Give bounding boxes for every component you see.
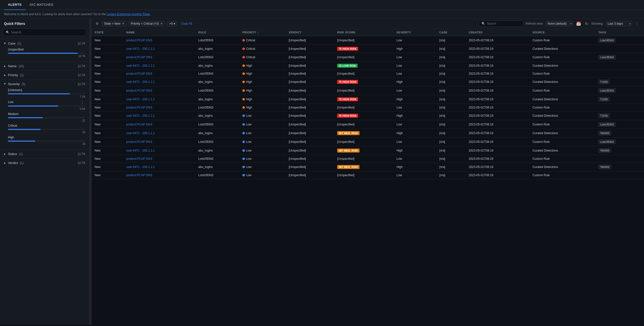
cell-state: New	[92, 146, 123, 155]
filter-header-status[interactable]: ▶ Status (1) 12.7K	[0, 150, 89, 158]
alert-name-link[interactable]: product:PCAP DNS	[126, 174, 152, 177]
cell-risk-score: [Unspecified]	[334, 53, 394, 62]
table-row: Newuser-6471 - 200.1.1.1abu_loginsLow[Un…	[92, 146, 644, 155]
alert-name-link[interactable]: product:PCAP DNS	[126, 72, 152, 76]
col-header-source[interactable]: SOURCE	[530, 29, 596, 36]
filter-header-verdict[interactable]: ▶ Verdict (1) 12.7K	[0, 158, 89, 167]
legacy-insights-link[interactable]: Legacy Enterprise Insights Page.	[107, 12, 150, 16]
tab-ioc-matches[interactable]: IOC MATCHES	[26, 0, 58, 10]
priority-text: High	[246, 64, 252, 68]
filter-search-box[interactable]: 🔍	[3, 28, 86, 36]
cell-name[interactable]: product:PCAP DNS	[123, 104, 195, 112]
cell-risk-score: 75 HIGH RISK	[334, 95, 394, 104]
cell-name[interactable]: user-6471 - 200.1.1.1	[123, 62, 195, 70]
cell-name[interactable]: user-6471 - 200.1.1.1	[123, 129, 195, 138]
filter-header-severity[interactable]: ▶ Severity (5) 12.7K	[0, 80, 89, 88]
filter-search-input[interactable]	[11, 30, 84, 34]
clear-all-button[interactable]: Clear All	[180, 21, 194, 26]
calendar-icon-button[interactable]: 📅	[575, 21, 582, 27]
cell-severity: Low	[394, 120, 436, 129]
alert-name-link[interactable]: product:PCAP DNS	[126, 89, 152, 92]
cell-name[interactable]: user-6471 - 200.1.1.1	[123, 146, 195, 155]
col-header-created[interactable]: CREATED	[466, 29, 530, 36]
alert-name-link[interactable]: user-6471 - 200.1.1.1	[126, 132, 155, 135]
cell-severity: Low	[394, 155, 436, 163]
alert-name-link[interactable]: user-6471 - 200.1.1.1	[126, 47, 155, 50]
filter-item-value-unknown: 7.1K	[80, 95, 85, 98]
content-area: ⚙ State = New ✕ Priority = Critical (+3)…	[92, 19, 644, 325]
alert-name-link[interactable]: user-6471 - 200.1.1.1	[126, 98, 155, 101]
col-header-case[interactable]: CASE	[436, 29, 466, 36]
col-header-risk-score[interactable]: RISK SCORE	[334, 29, 394, 36]
alert-name-link[interactable]: user-6471 - 200.1.1.1	[126, 149, 155, 152]
alert-name-link[interactable]: product:PCAP DNS	[126, 38, 152, 42]
cell-name[interactable]: user-6471 - 200.1.1.1	[123, 45, 195, 53]
cell-name[interactable]: product:PCAP DNS	[123, 70, 195, 78]
search-input[interactable]	[487, 22, 521, 26]
cell-created: 2023-05-01T08:19	[466, 146, 530, 155]
cell-tags: LotsOfDNS	[595, 138, 644, 146]
cell-source: Curated Detections	[530, 163, 596, 172]
tag-badge: TA0005	[598, 148, 611, 153]
cell-risk-score: [Unspecified]	[334, 120, 394, 129]
col-header-priority[interactable]: PRIORITY ↓	[240, 29, 286, 36]
cell-name[interactable]: product:PCAP DNS	[123, 120, 195, 129]
cell-tags: TA0005	[595, 129, 644, 138]
cell-source: Custom Rule	[530, 104, 596, 112]
more-options-low[interactable]: ⋮	[80, 100, 85, 105]
filter-header-name[interactable]: ▶ Name (10) 12.7K	[0, 62, 89, 70]
cell-name[interactable]: product:PCAP DNS	[123, 155, 195, 163]
alert-name-link[interactable]: product:PCAP DNS	[126, 157, 152, 160]
filter-header-case[interactable]: ▶ Case (1) 12.7K	[0, 39, 89, 48]
col-header-rule[interactable]: RULE	[195, 29, 240, 36]
col-header-name[interactable]: NAME	[123, 29, 195, 36]
cell-risk-score: [Unspecified]	[334, 172, 394, 179]
cell-case: [n/a]	[436, 78, 466, 86]
alert-name-link[interactable]: user-6471 - 200.1.1.1	[126, 64, 155, 68]
sidebar: Quick Filters 🔍 ▶ Case (1) 12.7K Unspeci…	[0, 19, 90, 325]
refresh-icon-button[interactable]: ↻	[584, 21, 589, 27]
priority-text: High	[246, 98, 252, 101]
cell-name[interactable]: product:PCAP DNS	[123, 138, 195, 146]
cell-name[interactable]: product:PCAP DNS	[123, 36, 195, 45]
cell-name[interactable]: user-6471 - 200.1.1.1	[123, 95, 195, 104]
more-options-icon-button[interactable]: ⋮	[634, 21, 640, 27]
cell-name[interactable]: user-6471 - 200.1.1.1	[123, 163, 195, 172]
alert-name-link[interactable]: product:PCAP DNS	[126, 123, 152, 126]
alert-name-link[interactable]: product:PCAP DNS	[126, 56, 152, 59]
cell-tags: LotsOfDNS	[595, 36, 644, 45]
cell-name[interactable]: user-6471 - 200.1.1.1	[123, 112, 195, 120]
cell-verdict: [Unspecified]	[286, 62, 334, 70]
alert-name-link[interactable]: user-6471 - 200.1.1.1	[126, 80, 155, 84]
filter-tag-state-remove[interactable]: ✕	[122, 22, 124, 26]
filter-tag-priority-remove[interactable]: ✕	[160, 22, 163, 26]
filter-item-unknown: [Unknown] 7.1K	[8, 88, 85, 98]
table-row: Newuser-6471 - 200.1.1.1abu_loginsCritic…	[92, 45, 644, 53]
cell-name[interactable]: product:PCAP DNS	[123, 53, 195, 62]
filter-header-priority[interactable]: ▶ Priority (1) 12.7K	[0, 71, 89, 80]
alert-name-link[interactable]: user-6471 - 200.1.1.1	[126, 114, 155, 118]
cell-rule: LotsOfDNS	[195, 120, 240, 129]
cell-risk-score: 987 MED_RISK	[334, 146, 394, 155]
cell-priority: Low	[240, 120, 286, 129]
sidebar-resizer[interactable]: ⋮	[90, 19, 92, 325]
cell-verdict: [Unspecified]	[286, 36, 334, 45]
cell-name[interactable]: user-6471 - 200.1.1.1	[123, 78, 195, 86]
refresh-select[interactable]: None (default) 30s 1m 5m	[546, 21, 573, 26]
alert-name-link[interactable]: product:PCAP DNS	[126, 140, 152, 144]
col-header-state[interactable]: STATE	[92, 29, 123, 36]
alert-name-link[interactable]: product:PCAP DNS	[126, 106, 152, 109]
cell-name[interactable]: product:PCAP DNS	[123, 86, 195, 95]
alert-name-link[interactable]: user-6471 - 200.1.1.1	[126, 165, 155, 169]
cell-rule: LotsOfDNS	[195, 172, 240, 179]
cell-name[interactable]: product:PCAP DNS	[123, 172, 195, 179]
showing-select[interactable]: Last 3 days Last 24 hours Last 7 days La…	[606, 21, 632, 26]
search-box[interactable]: 🔍	[479, 21, 524, 27]
col-header-severity[interactable]: SEVERITY	[394, 29, 436, 36]
col-header-verdict[interactable]: VERDICT	[286, 29, 334, 36]
filter-item-medium-value-row: 21	[8, 119, 85, 122]
filter-item-value-medium: 21	[82, 119, 85, 122]
tab-alerts[interactable]: ALERTS	[4, 0, 26, 10]
col-header-tags[interactable]: TAGS	[595, 29, 644, 36]
more-filters-button[interactable]: +5 ▾	[167, 21, 178, 26]
